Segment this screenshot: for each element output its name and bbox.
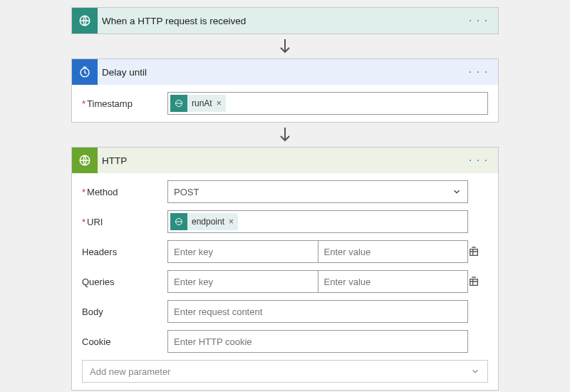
uri-input[interactable]: endpoint × [167, 210, 468, 233]
http-card: HTTP · · · Method POST URI [71, 147, 499, 391]
trigger-title: When a HTTP request is received [98, 16, 465, 26]
request-icon [72, 8, 98, 33]
token-remove-button[interactable]: × [227, 217, 238, 227]
trigger-header[interactable]: When a HTTP request is received · · · [72, 8, 498, 33]
svg-rect-5 [470, 249, 478, 256]
endpoint-token[interactable]: endpoint × [170, 213, 238, 230]
queries-key-input[interactable] [167, 270, 318, 293]
cookie-label: Cookie [82, 336, 167, 347]
queries-label: Queries [82, 277, 167, 287]
http-title: HTTP [98, 155, 465, 166]
connector-arrow [71, 34, 499, 58]
delay-header[interactable]: Delay until · · · [72, 59, 498, 85]
token-dynamic-icon [170, 213, 187, 230]
queries-value-input[interactable] [318, 270, 469, 293]
uri-label: URI [82, 217, 167, 227]
method-value: POST [174, 187, 199, 197]
body-label: Body [82, 306, 167, 317]
token-dynamic-icon [170, 95, 187, 112]
headers-label: Headers [82, 247, 167, 257]
body-input[interactable] [167, 300, 468, 323]
http-icon [72, 148, 98, 173]
delay-title: Delay until [98, 67, 465, 78]
timestamp-label: Timestamp [82, 98, 167, 109]
chevron-down-icon [470, 366, 480, 376]
method-label: Method [82, 187, 167, 197]
delay-menu-button[interactable]: · · · [465, 66, 492, 78]
token-label: endpoint [187, 217, 227, 227]
connector-arrow [71, 123, 499, 147]
runat-token[interactable]: runAt × [170, 95, 226, 112]
add-parameter-label: Add new parameter [90, 366, 170, 377]
queries-switch-mode-button[interactable] [468, 276, 488, 287]
method-select[interactable]: POST [167, 180, 468, 203]
timestamp-input[interactable]: runAt × [167, 92, 488, 115]
http-header[interactable]: HTTP · · · [72, 148, 498, 173]
trigger-card: When a HTTP request is received · · · [71, 7, 499, 34]
headers-value-input[interactable] [318, 240, 469, 263]
clock-icon [72, 59, 98, 85]
trigger-menu-button[interactable]: · · · [465, 14, 492, 27]
add-parameter-select[interactable]: Add new parameter [82, 360, 488, 383]
svg-rect-6 [470, 279, 478, 286]
headers-switch-mode-button[interactable] [468, 246, 488, 257]
headers-key-input[interactable] [167, 240, 318, 263]
chevron-down-icon [452, 187, 462, 197]
cookie-input[interactable] [167, 330, 468, 353]
token-label: runAt [187, 98, 215, 108]
token-remove-button[interactable]: × [215, 98, 226, 108]
http-menu-button[interactable]: · · · [465, 154, 492, 167]
delay-card: Delay until · · · Timestamp runAt × [71, 58, 499, 123]
